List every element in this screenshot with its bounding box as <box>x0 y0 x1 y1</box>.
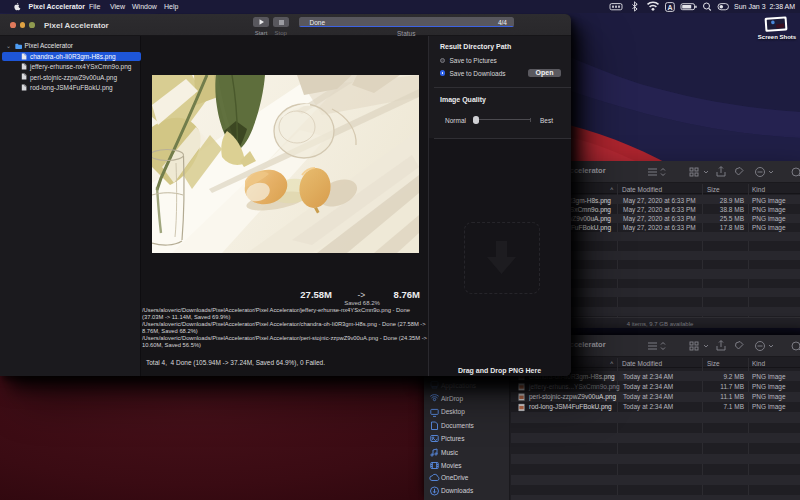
svg-text:A: A <box>668 4 673 11</box>
